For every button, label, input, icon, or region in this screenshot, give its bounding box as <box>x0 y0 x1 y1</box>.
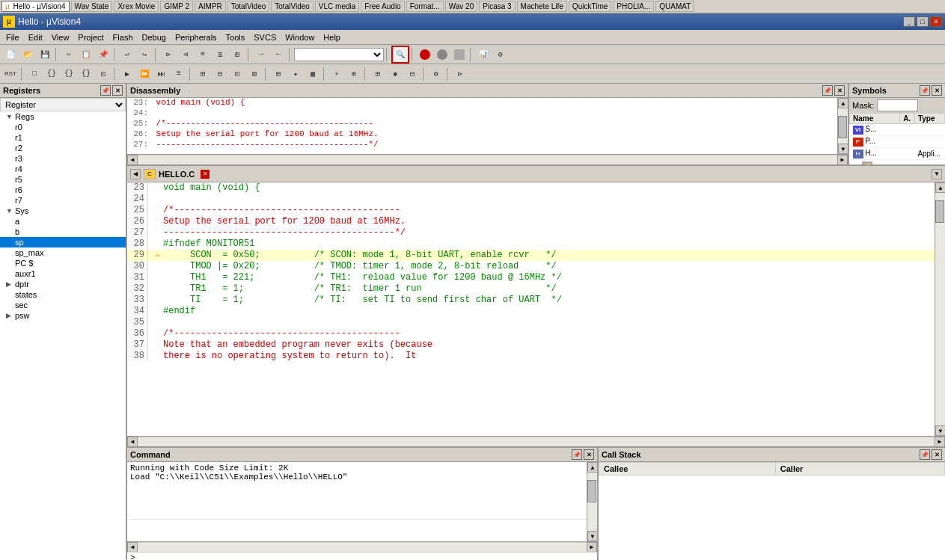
step-btn[interactable] <box>451 46 468 63</box>
reg-b[interactable]: b <box>0 227 126 237</box>
t2-3[interactable]: {} <box>61 66 77 82</box>
t2-21[interactable]: ⊟ <box>404 66 420 82</box>
t2-7[interactable]: ⏩ <box>136 66 153 82</box>
cmd-vert-scrollbar[interactable]: ▲ ▼ <box>587 462 597 541</box>
registers-close-btn[interactable]: ✕ <box>112 85 123 96</box>
cmd-scroll-up[interactable]: ▲ <box>587 462 597 473</box>
t2-1[interactable]: □ <box>26 66 43 82</box>
t2-9[interactable]: ≡ <box>171 66 187 82</box>
reg-r4[interactable]: r4 <box>0 164 126 174</box>
dis-scroll-down[interactable]: ▼ <box>838 144 848 154</box>
open-btn[interactable]: 📂 <box>19 46 36 63</box>
reg-r2[interactable]: r2 <box>0 143 126 153</box>
menu-item-help[interactable]: Help <box>319 31 345 43</box>
cmd-scroll-track[interactable] <box>587 473 597 531</box>
btn7[interactable]: ⚙ <box>492 46 509 63</box>
search-btn[interactable]: 🔍 <box>391 46 409 64</box>
dis-close-btn[interactable]: ✕ <box>834 85 845 96</box>
btn4[interactable]: ≣ <box>212 46 228 63</box>
top-task-10[interactable]: Picasa 3 <box>479 1 515 12</box>
stop-btn[interactable] <box>434 46 450 63</box>
cmd-scroll-thumb[interactable] <box>587 480 596 502</box>
copy-btn[interactable]: 📋 <box>78 46 94 63</box>
t2-5[interactable]: ⊡ <box>95 66 111 82</box>
top-task-11[interactable]: Machete Life <box>517 1 567 12</box>
t2-17[interactable]: ⚡ <box>328 66 345 82</box>
top-task-2[interactable]: GIMP 2 <box>160 1 193 12</box>
code-scroll-track[interactable] <box>935 193 945 425</box>
code-scroll-up[interactable]: ▲ <box>935 182 945 193</box>
top-task-6[interactable]: VLC media <box>315 1 359 12</box>
btn5[interactable]: ⊞ <box>229 46 245 63</box>
run-btn[interactable] <box>417 46 433 63</box>
t2-6[interactable]: ▶ <box>119 66 135 82</box>
cmd-scroll-down[interactable]: ▼ <box>587 531 597 541</box>
sym-row-1[interactable]: VI S... <box>850 124 945 136</box>
top-task-12[interactable]: QuickTime <box>569 1 611 12</box>
menu-item-debug[interactable]: Debug <box>138 31 171 43</box>
search-combo[interactable] <box>294 48 384 61</box>
top-task-1[interactable]: Xrex Movie <box>114 1 159 12</box>
reg-r5[interactable]: r5 <box>0 174 126 185</box>
rst-btn[interactable]: RST <box>2 66 19 82</box>
code-horiz-left[interactable]: ◀ <box>127 437 138 447</box>
t2-13[interactable]: ⊠ <box>246 66 263 82</box>
menu-item-peripherals[interactable]: Peripherals <box>171 31 221 43</box>
reg-auxr1[interactable]: auxr1 <box>0 268 126 279</box>
cmd-horiz-left[interactable]: ◀ <box>127 542 138 553</box>
dis-scrollbar[interactable]: ▲ ▼ <box>837 98 848 154</box>
dis-horiz-track[interactable] <box>138 156 837 164</box>
cs-pin-btn[interactable]: 📌 <box>920 449 930 460</box>
reg-a[interactable]: a <box>0 216 126 227</box>
t2-8[interactable]: ⏭ <box>153 66 170 82</box>
reg-sys-group[interactable]: ▼ Sys <box>0 206 126 216</box>
reg-dptr[interactable]: ▶ dptr <box>0 279 126 289</box>
paste-btn[interactable]: 📌 <box>95 46 111 63</box>
top-task-14[interactable]: QUAMAT <box>655 1 694 12</box>
minimize-button[interactable]: _ <box>903 16 915 27</box>
indent-btn[interactable]: → <box>253 46 269 63</box>
reg-r6[interactable]: r6 <box>0 185 126 195</box>
unindent-btn[interactable]: ← <box>270 46 287 63</box>
top-task-8[interactable]: Format... <box>406 1 444 12</box>
top-task-5[interactable]: TotalVideo <box>271 1 314 12</box>
cut-btn[interactable]: ✂ <box>61 46 77 63</box>
reg-psw[interactable]: ▶ psw <box>0 310 126 321</box>
code-vert-scrollbar[interactable]: ▲ ▼ <box>935 182 945 436</box>
top-task-7[interactable]: Free Audio <box>361 1 404 12</box>
dis-scroll-up[interactable]: ▲ <box>838 98 848 108</box>
btn2[interactable]: ⊲ <box>177 46 194 63</box>
maximize-button[interactable]: □ <box>917 16 929 27</box>
sym-row-3[interactable]: H H... Appli... <box>850 148 945 160</box>
close-button[interactable]: ✕ <box>930 16 942 27</box>
reg-regs-group[interactable]: ▼ Regs <box>0 111 126 122</box>
btn1[interactable]: ⊳ <box>160 46 177 63</box>
undo-btn[interactable]: ↩ <box>119 46 135 63</box>
t2-12[interactable]: ⊡ <box>229 66 245 82</box>
sym-pin-btn[interactable]: 📌 <box>920 85 930 96</box>
reg-r0[interactable]: r0 <box>0 122 126 132</box>
code-scroll-thumb[interactable] <box>935 200 944 223</box>
code-scroll-left-btn[interactable]: ◀ <box>130 169 141 179</box>
top-task-3[interactable]: AIMPR <box>195 1 226 12</box>
menu-item-project[interactable]: Project <box>73 31 108 43</box>
taskbar-hello[interactable]: µ Hello - µVision4 <box>1 1 70 12</box>
cmd-horiz-right[interactable]: ▶ <box>587 542 597 553</box>
cmd-pin-btn[interactable]: 📌 <box>572 449 582 460</box>
t2-19[interactable]: ⊞ <box>370 66 386 82</box>
t2-15[interactable]: ✦ <box>287 66 304 82</box>
reg-sp-max[interactable]: sp_max <box>0 247 126 258</box>
reg-sec[interactable]: sec <box>0 300 126 310</box>
reg-sp[interactable]: sp <box>0 237 126 247</box>
save-btn[interactable]: 💾 <box>37 46 53 63</box>
symbols-mask-input[interactable] <box>877 99 918 111</box>
dis-scroll-thumb[interactable] <box>838 116 847 138</box>
menu-item-edit[interactable]: Edit <box>24 31 47 43</box>
dis-scroll-left[interactable]: ◀ <box>127 155 138 165</box>
sym-row-2[interactable]: P P... <box>850 136 945 148</box>
reg-pc[interactable]: PC $ <box>0 258 126 268</box>
reg-states[interactable]: states <box>0 289 126 300</box>
sym-close-btn[interactable]: ✕ <box>932 85 942 96</box>
sym-row-4[interactable]: 📁 <box>850 160 945 165</box>
top-task-13[interactable]: PHOLIA... <box>613 1 654 12</box>
